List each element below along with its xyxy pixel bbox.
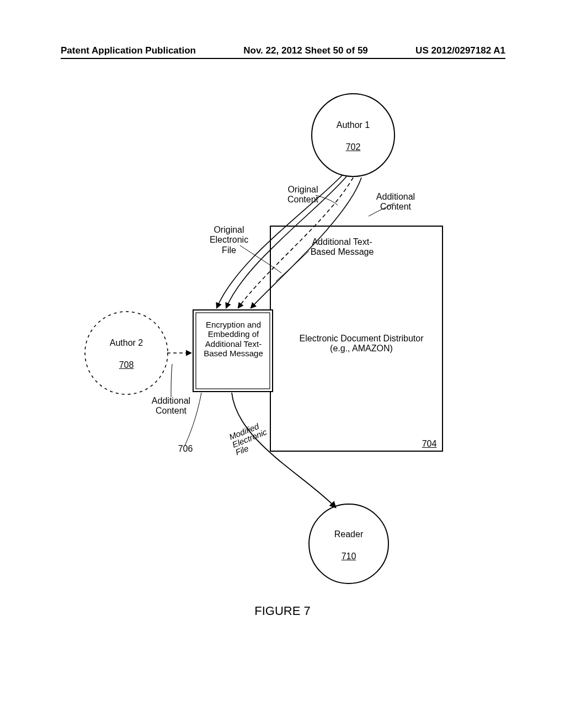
label-additional-content-left: Additional Content <box>146 396 196 416</box>
distributor-ref: 704 <box>419 439 439 449</box>
figure-caption: FIGURE 7 <box>0 604 565 618</box>
label-additional-text-msg: Additional Text-Based Message <box>301 237 383 258</box>
author2-label: Author 2 <box>104 338 148 348</box>
author1-circle <box>312 94 395 176</box>
label-original-electronic-file: Original Electronic File <box>204 225 254 255</box>
encryption-box-text: Encryption and Embedding of Additional T… <box>198 320 269 358</box>
label-modified-file-1: ModifiedElectronicFile <box>228 419 271 457</box>
ref-706: 706 <box>174 444 196 454</box>
reader-label: Reader <box>329 529 368 539</box>
author1-ref: 702 <box>343 142 363 152</box>
label-additional-content-top: Additional Content <box>371 192 420 212</box>
leader-additional-content-left <box>171 364 172 397</box>
author2-circle <box>85 312 168 394</box>
label-original-content: Original Content <box>284 185 322 205</box>
figure-diagram: ModifiedElectronicFile <box>0 0 565 728</box>
reader-ref: 710 <box>339 552 359 561</box>
reader-circle <box>309 504 388 584</box>
label-modified-file-group: ModifiedElectronicFile <box>228 419 271 457</box>
author2-ref: 708 <box>116 360 136 370</box>
distributor-label: Electronic Document Distributor (e.g., A… <box>290 334 433 354</box>
author1-label: Author 1 <box>331 120 375 130</box>
